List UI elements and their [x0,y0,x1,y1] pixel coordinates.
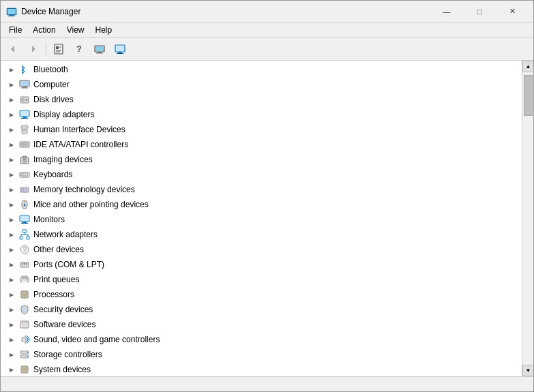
mice-label: Mice and other pointing devices [33,200,149,209]
svg-rect-28 [20,111,29,116]
tree-item-processors[interactable]: Processors [1,287,522,302]
toggle-bluetooth[interactable] [6,64,17,75]
help-button[interactable]: ? [70,40,89,58]
toggle-disk[interactable] [6,94,17,105]
svg-rect-101 [22,322,23,323]
tree-item-sound[interactable]: Sound, video and game controllers [1,332,522,347]
imaging-label: Imaging devices [33,155,93,164]
toggle-other[interactable] [6,244,17,255]
tree-item-network[interactable]: Network adapters [1,227,522,242]
toggle-sound[interactable] [6,334,17,345]
svg-text:?: ? [23,246,27,254]
toggle-security[interactable] [6,304,17,315]
memory-label: Memory technology devices [33,185,135,194]
toggle-storage[interactable] [6,349,17,360]
tree-item-system[interactable]: System devices [1,362,522,376]
svg-marker-5 [32,46,35,52]
scroll-up-button[interactable]: ▲ [522,61,533,72]
scroll-thumb[interactable] [524,75,533,116]
tree-item-mice[interactable]: Mice and other pointing devices [1,197,522,212]
toggle-mice[interactable] [6,199,17,210]
tree-item-software[interactable]: Software devices [1,317,522,332]
svg-rect-13 [98,52,102,53]
scroll-down-button[interactable]: ▼ [522,365,533,376]
close-button[interactable]: ✕ [496,3,528,20]
tree-item-imaging[interactable]: Imaging devices [1,152,522,167]
toggle-processors[interactable] [6,289,17,300]
tree-item-security[interactable]: Security devices [1,302,522,317]
toggle-network[interactable] [6,229,17,240]
svg-rect-46 [25,173,26,175]
toggle-hid[interactable] [6,124,17,135]
svg-rect-18 [117,53,123,54]
tree-item-storage[interactable]: Storage controllers [1,347,522,362]
menu-action[interactable]: Action [27,24,61,36]
tree-item-computer[interactable]: Computer [1,77,522,92]
svg-point-26 [26,99,28,101]
svg-rect-12 [95,46,104,51]
properties-button[interactable] [49,40,68,58]
toggle-software[interactable] [6,319,17,330]
toggle-imaging[interactable] [6,154,17,165]
svg-rect-103 [26,322,27,323]
toggle-print[interactable] [6,274,17,285]
tree-item-ide[interactable]: IDE ATA/ATAPI controllers [1,137,522,152]
toggle-display[interactable] [6,109,17,120]
toggle-ide[interactable] [6,139,17,150]
svg-point-78 [22,263,23,265]
imaging-icon [18,154,31,165]
tree-item-ports[interactable]: Ports (COM & LPT) [1,257,522,272]
tree-item-keyboards[interactable]: Keyboards [1,167,522,182]
menu-view[interactable]: View [61,24,90,36]
mouse-icon [18,199,31,210]
toggle-monitors[interactable] [6,214,17,225]
tree-item-print[interactable]: Print queues [1,272,522,287]
devmgr-button[interactable] [90,40,109,58]
svg-rect-86 [23,292,27,297]
device-tree[interactable]: ᛒ Bluetooth Computer Disk drives [1,61,522,376]
toggle-memory[interactable] [6,184,17,195]
vertical-scrollbar[interactable]: ▲ ▼ [522,61,533,376]
tree-item-disk[interactable]: Disk drives [1,92,522,107]
tree-item-hid[interactable]: Human Interface Devices [1,122,522,137]
tree-item-display[interactable]: Display adapters [1,107,522,122]
disk-label: Disk drives [33,95,74,104]
svg-rect-48 [20,175,22,177]
monitor-button[interactable] [110,40,130,58]
ports-icon [18,259,31,270]
processors-label: Processors [33,290,74,299]
menu-help[interactable]: Help [90,24,118,36]
monitor-icon2 [18,214,31,225]
toggle-ports[interactable] [6,259,17,270]
toggle-system[interactable] [6,364,17,375]
svg-point-110 [27,356,29,357]
svg-rect-3 [8,9,16,14]
svg-rect-65 [23,230,27,232]
tree-item-bluetooth[interactable]: ᛒ Bluetooth [1,62,522,77]
maximize-button[interactable]: □ [464,3,495,20]
svg-rect-112 [23,367,27,372]
svg-point-84 [27,279,28,280]
svg-rect-52 [22,177,27,178]
scroll-track[interactable] [522,72,533,365]
forward-button[interactable] [24,40,43,58]
svg-text:ᛒ: ᛒ [20,65,26,75]
computer-icon [18,79,31,90]
network-label: Network adapters [33,230,98,239]
svg-point-75 [22,265,23,266]
tree-item-memory[interactable]: Memory technology devices [1,182,522,197]
svg-rect-2 [8,16,15,16]
monitors-label: Monitors [33,215,65,224]
tree-item-other[interactable]: ? Other devices [1,242,522,257]
back-button[interactable] [3,40,23,58]
sound-icon [18,334,31,345]
svg-rect-25 [21,98,25,102]
toggle-keyboards[interactable] [6,169,17,180]
svg-rect-50 [25,175,26,177]
svg-rect-30 [21,118,28,119]
menu-file[interactable]: File [3,24,27,36]
toggle-computer[interactable] [6,79,17,90]
minimize-button[interactable]: — [431,3,462,20]
system-icon [18,364,31,375]
tree-item-monitors[interactable]: Monitors [1,212,522,227]
